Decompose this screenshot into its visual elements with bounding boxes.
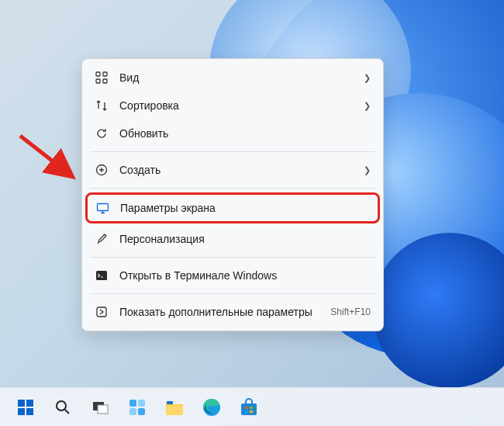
menu-separator: [90, 188, 375, 189]
svg-line-8: [20, 136, 70, 175]
more-options-icon: [95, 305, 109, 319]
store-icon: [239, 397, 259, 417]
menu-label: Создать: [119, 164, 364, 176]
file-explorer-button[interactable]: [158, 391, 191, 424]
menu-item-new[interactable]: Создать ❯: [87, 156, 378, 184]
svg-rect-26: [245, 410, 248, 413]
svg-rect-23: [241, 403, 257, 415]
desktop-context-menu: Вид ❯ Сортировка ❯ Обновить Создать ❯: [81, 58, 384, 331]
svg-rect-20: [166, 406, 183, 415]
menu-separator: [90, 293, 375, 294]
desktop[interactable]: Вид ❯ Сортировка ❯ Обновить Создать ❯: [0, 0, 504, 426]
svg-rect-0: [96, 72, 100, 76]
svg-rect-6: [96, 271, 107, 280]
task-view-icon: [90, 397, 110, 417]
start-button[interactable]: [9, 391, 42, 424]
menu-item-sort[interactable]: Сортировка ❯: [87, 92, 378, 119]
svg-rect-15: [98, 405, 108, 414]
svg-point-13: [57, 401, 66, 410]
svg-rect-17: [138, 400, 145, 407]
svg-rect-1: [103, 72, 107, 76]
menu-label: Показать дополнительные параметры: [119, 306, 330, 318]
menu-item-show-more-options[interactable]: Показать дополнительные параметры Shift+…: [87, 298, 378, 326]
chevron-right-icon: ❯: [364, 73, 371, 83]
menu-label: Открыть в Терминале Windows: [119, 269, 371, 282]
grid-icon: [95, 71, 109, 85]
search-button[interactable]: [47, 391, 79, 424]
svg-rect-21: [167, 401, 173, 404]
menu-shortcut: Shift+F10: [330, 307, 371, 317]
menu-label: Обновить: [119, 127, 371, 140]
svg-rect-12: [26, 408, 33, 415]
task-view-button[interactable]: [84, 391, 116, 424]
edge-icon: [202, 397, 222, 417]
plus-circle-icon: [95, 163, 109, 177]
menu-label: Параметры экрана: [120, 202, 370, 214]
menu-item-personalize[interactable]: Персонализация: [87, 225, 378, 253]
svg-rect-18: [129, 408, 136, 415]
svg-rect-27: [250, 410, 253, 413]
svg-rect-24: [245, 407, 248, 409]
widgets-icon: [127, 397, 147, 417]
menu-item-open-terminal[interactable]: Открыть в Терминале Windows: [87, 261, 378, 289]
svg-rect-7: [97, 307, 106, 317]
refresh-icon: [95, 126, 109, 140]
folder-icon: [164, 397, 185, 417]
windows-icon: [16, 397, 36, 417]
menu-item-view[interactable]: Вид ❯: [87, 64, 378, 92]
chevron-right-icon: ❯: [364, 101, 371, 111]
store-button[interactable]: [233, 391, 265, 424]
menu-separator: [90, 151, 375, 152]
edge-button[interactable]: [195, 391, 228, 424]
svg-rect-2: [96, 79, 100, 83]
brush-icon: [95, 232, 109, 246]
menu-item-refresh[interactable]: Обновить: [87, 119, 378, 147]
sort-icon: [95, 99, 109, 113]
svg-rect-25: [250, 407, 253, 409]
svg-rect-19: [138, 408, 145, 415]
menu-label: Вид: [119, 71, 364, 84]
menu-label: Сортировка: [119, 99, 364, 112]
chevron-right-icon: ❯: [364, 165, 371, 175]
svg-rect-16: [129, 400, 136, 407]
display-icon: [95, 201, 109, 215]
svg-rect-9: [18, 400, 25, 407]
annotation-arrow-icon: [17, 128, 79, 190]
svg-rect-5: [97, 203, 108, 210]
svg-rect-11: [18, 408, 25, 415]
menu-item-display-settings[interactable]: Параметры экрана: [85, 192, 380, 223]
widgets-button[interactable]: [121, 391, 154, 424]
search-icon: [53, 397, 73, 417]
menu-separator: [90, 257, 375, 258]
taskbar: [0, 387, 504, 426]
svg-rect-3: [103, 79, 107, 83]
terminal-icon: [95, 268, 109, 282]
svg-rect-10: [26, 400, 33, 407]
menu-label: Персонализация: [119, 233, 371, 245]
